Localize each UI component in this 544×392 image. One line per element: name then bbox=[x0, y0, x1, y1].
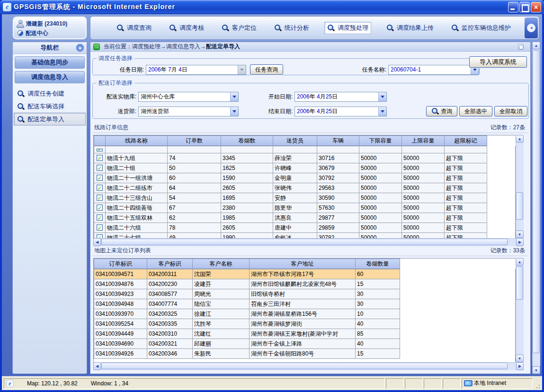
scroll-thumb[interactable] bbox=[516, 192, 523, 220]
nav-expand-button[interactable]: « bbox=[527, 24, 535, 32]
nav-item-5[interactable]: 调度预处理 bbox=[324, 22, 371, 34]
scroll-thumb[interactable] bbox=[533, 50, 540, 353]
table-row[interactable]: 034100394923034008577周晓光旧馆镇寺桥村30 bbox=[94, 289, 516, 299]
task-date-select[interactable]: 2006年 7月 4日 bbox=[146, 65, 246, 75]
end-date-select[interactable]: 2006年 4月25日 bbox=[294, 107, 387, 116]
table-row[interactable]: 034100394926034200346朱新民湖州市千金镇朝阳路80号15 bbox=[94, 349, 516, 359]
table-row[interactable]: 034100394948034007774陆信宝苕南乡三田洋村30 bbox=[94, 299, 516, 309]
header-cell[interactable]: 客户标识 bbox=[147, 259, 193, 269]
deselect-all-button[interactable]: 全部取消 bbox=[494, 106, 527, 116]
chevron-down-icon[interactable] bbox=[230, 92, 238, 101]
chevron-down-icon[interactable] bbox=[230, 107, 238, 116]
scroll-track[interactable] bbox=[101, 362, 516, 370]
scroll-up-button[interactable]: ▲ bbox=[516, 258, 524, 266]
sidebar-item-2[interactable]: 配送车辆选择 bbox=[14, 100, 86, 113]
row-checkbox[interactable]: ✓ bbox=[97, 224, 103, 231]
warehouse-select[interactable]: 湖州中心仓库 bbox=[138, 92, 239, 102]
table-row[interactable]: ✓物流二十三组含山541695安静305905000050000超下限 bbox=[94, 193, 516, 203]
header-cell[interactable]: 送货员 bbox=[273, 136, 317, 146]
scroll-right-button[interactable]: ▶ bbox=[516, 238, 524, 246]
table-row[interactable]: ✓物流二十组501625许晓峰306795000050000超下限 bbox=[94, 163, 516, 173]
sidebar-group-2[interactable]: 调度信息导入 bbox=[15, 71, 85, 83]
nav-item-7[interactable]: 监控车辆信息维护 bbox=[449, 22, 513, 34]
scroll-up-button[interactable]: ▲ bbox=[516, 135, 524, 143]
scroll-left-button[interactable]: ◀ bbox=[93, 238, 101, 246]
chevron-down-icon[interactable] bbox=[238, 65, 246, 74]
sidebar-group-1[interactable]: 基础信息同步 bbox=[15, 56, 85, 69]
scroll-thumb[interactable] bbox=[101, 363, 508, 369]
title-bar[interactable]: e GPSGIS管理系统 - Microsoft Internet Explor… bbox=[0, 0, 544, 14]
scroll-left-button[interactable]: ◀ bbox=[93, 362, 101, 370]
sidebar-item-3[interactable]: 配送定单导入 bbox=[14, 113, 86, 125]
table-row[interactable]: 034100393970034200325徐建江湖州市菱湖镇星桥路156号10 bbox=[94, 309, 516, 319]
header-cell[interactable]: 订单标识 bbox=[94, 259, 147, 269]
minimize-button[interactable] bbox=[508, 2, 518, 12]
row-checkbox[interactable]: ✓ bbox=[97, 195, 103, 201]
scroll-thumb[interactable] bbox=[516, 267, 523, 300]
header-cell[interactable]: 上限容量 bbox=[402, 136, 445, 146]
scroll-right-button[interactable]: ▶ bbox=[516, 362, 524, 370]
resize-grip[interactable] bbox=[535, 383, 540, 389]
chevron-down-icon[interactable] bbox=[378, 107, 386, 116]
header-cell[interactable]: 卷烟数 bbox=[221, 136, 273, 146]
table-row[interactable]: ✓物流十九组743345薛淦荣307165000050000超下限 bbox=[94, 153, 516, 163]
header-cell[interactable]: 下限容量 bbox=[359, 136, 402, 146]
import-to-dispatch-button[interactable]: 导入调度系统 bbox=[469, 56, 527, 68]
scroll-track[interactable] bbox=[516, 266, 524, 355]
table-row[interactable]: ✓物流二十二组练市642605张晓伟295635000050000超下限 bbox=[94, 183, 516, 193]
sidebar-item-1[interactable]: 调度任务创建 bbox=[14, 87, 86, 100]
scroll-down-button[interactable]: ▼ bbox=[516, 231, 524, 238]
row-checkbox[interactable]: ✓ bbox=[97, 185, 103, 191]
scroll-track[interactable] bbox=[516, 143, 524, 231]
scroll-down-button[interactable]: ▼ bbox=[516, 355, 524, 362]
row-checkbox[interactable]: ✓ bbox=[97, 214, 103, 221]
table-cell: 超下限 bbox=[445, 183, 487, 193]
header-cell[interactable]: 客户地址 bbox=[250, 259, 356, 269]
row-checkbox[interactable]: ✓ bbox=[97, 165, 103, 171]
scroll-track[interactable] bbox=[532, 49, 540, 366]
table-row[interactable]: 034100394449034200310沈建红湖州市菱湖镇王家墩村(菱湖中学对… bbox=[94, 329, 516, 339]
header-cell[interactable]: 线路名称 bbox=[106, 136, 168, 146]
table-cell: 034100394571 bbox=[94, 269, 147, 279]
task-query-button[interactable]: 任务查询 bbox=[250, 64, 283, 75]
chevron-down-icon[interactable] bbox=[378, 92, 386, 101]
scroll-thumb[interactable] bbox=[101, 239, 508, 245]
task-name-select[interactable]: 20060704-1 bbox=[388, 65, 479, 75]
table-row[interactable]: 034100395254034200335沈胜琴湖州市菱湖镇梦湖街40 bbox=[94, 319, 516, 329]
nav-item-4[interactable]: 统计分析 bbox=[272, 22, 312, 34]
sidebar-collapse-button[interactable]: « bbox=[76, 44, 84, 52]
row-checkbox[interactable]: ✓ bbox=[97, 149, 103, 151]
header-cell[interactable]: 订单数 bbox=[168, 136, 221, 146]
nav-item-1[interactable]: 调度查询 bbox=[114, 22, 154, 34]
start-date-select[interactable]: 2006年 4月25日 bbox=[294, 92, 387, 102]
table-row[interactable]: ✓物流二十五组双林621985洪惠良298775000050000超下限 bbox=[94, 213, 516, 223]
table-row[interactable]: ✓物流二十六组782605唐建中298595000050000超下限 bbox=[94, 223, 516, 233]
row-checkbox[interactable]: ✓ bbox=[97, 175, 103, 181]
scroll-track[interactable] bbox=[101, 238, 516, 246]
header-cell[interactable] bbox=[94, 136, 106, 146]
table-row[interactable]: ✓物流二十四组善琏672380陈更华576305000050000超下限 bbox=[94, 203, 516, 213]
row-checkbox[interactable]: ✓ bbox=[97, 205, 103, 211]
close-button[interactable]: × bbox=[531, 2, 541, 12]
maximize-button[interactable] bbox=[519, 2, 530, 12]
delivery-dept-select[interactable]: 湖州送货部 bbox=[138, 107, 239, 116]
query-button[interactable]: 查询 bbox=[426, 106, 457, 116]
row-checkbox[interactable]: ✓ bbox=[97, 155, 103, 161]
table-row[interactable]: 034100394876034200230凌建芬湖州市旧馆镇麒麟村北凌家兜48号… bbox=[94, 279, 516, 289]
table-cell: 张晓伟 bbox=[273, 183, 317, 193]
header-cell[interactable]: 车辆 bbox=[317, 136, 359, 146]
scroll-down-button[interactable]: ▼ bbox=[532, 366, 540, 374]
nav-item-2[interactable]: 调度考核 bbox=[167, 22, 206, 34]
header-cell[interactable]: 客户名称 bbox=[193, 259, 250, 269]
panel-restore-button[interactable] bbox=[518, 44, 524, 50]
nav-item-6[interactable]: 调度结果上传 bbox=[384, 22, 436, 34]
table-row[interactable]: 034100394690034200321邱建丽湖州市千金镇上泽路40 bbox=[94, 339, 516, 349]
scroll-up-button[interactable]: ▲ bbox=[532, 42, 540, 49]
table-row[interactable]: ✓物流二十一组洪塘601590金明康307925000050000超下限 bbox=[94, 173, 516, 183]
select-all-button[interactable]: 全部选中 bbox=[459, 106, 492, 116]
header-cell[interactable]: 卷烟数量 bbox=[356, 259, 400, 269]
table-row[interactable]: ✓ bbox=[94, 146, 516, 153]
nav-item-3[interactable]: 客户定位 bbox=[219, 22, 259, 34]
table-row[interactable]: 034100394571034200311沈国荣湖州市下昂镇市河路17号60 bbox=[94, 269, 516, 279]
header-cell[interactable]: 超限标记 bbox=[445, 136, 487, 146]
